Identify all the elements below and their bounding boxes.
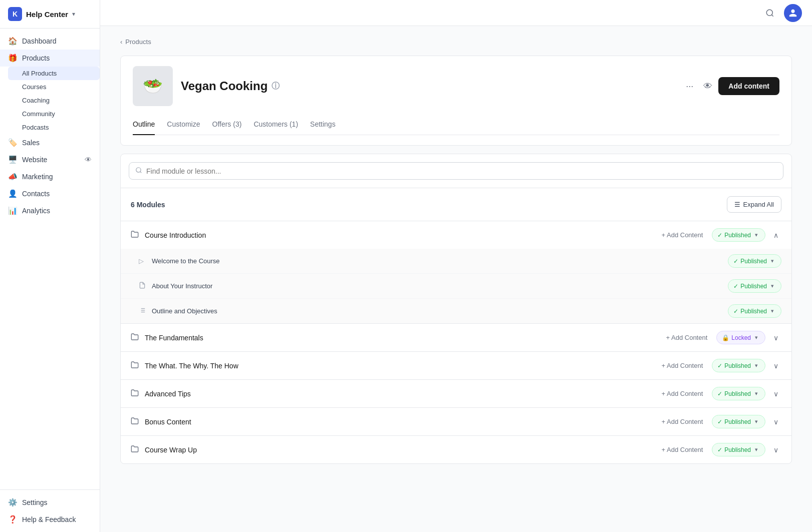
module-name: Advanced Tips bbox=[145, 390, 653, 398]
module-name: Course Introduction bbox=[145, 231, 653, 239]
status-dropdown-icon[interactable]: ▾ bbox=[769, 307, 776, 315]
eye-icon[interactable]: 👁 bbox=[85, 156, 92, 164]
sidebar-chevron-icon[interactable]: ▾ bbox=[72, 11, 75, 18]
help-circle-icon[interactable]: ⓘ bbox=[272, 81, 280, 92]
outline-area: 6 Modules ☰ Expand All Course Introducti… bbox=[120, 154, 792, 464]
module-actions: + Add Content ✓ Published ▾ ∨ bbox=[658, 359, 781, 372]
folder-icon bbox=[131, 417, 140, 426]
sidebar-item-all-products[interactable]: All Products bbox=[8, 67, 100, 80]
module-actions: + Add Content 🔒 Locked ▾ ∨ bbox=[662, 331, 781, 344]
sidebar-item-label: Sales bbox=[22, 139, 40, 147]
video-icon: ▷ bbox=[139, 257, 147, 265]
breadcrumb[interactable]: ‹ Products bbox=[120, 38, 792, 46]
module-collapse-button[interactable]: ∨ bbox=[770, 361, 781, 371]
sidebar-item-courses[interactable]: Courses bbox=[8, 80, 100, 94]
preview-button[interactable]: 👁 bbox=[703, 81, 712, 92]
sidebar-item-community[interactable]: Community bbox=[8, 107, 100, 121]
module-row: The What. The Why. The How + Add Content… bbox=[121, 352, 791, 380]
status-badge: ✓ Published ▾ bbox=[712, 359, 765, 372]
module-name: The What. The Why. The How bbox=[145, 362, 653, 370]
sidebar-item-dashboard[interactable]: 🏠 Dashboard bbox=[0, 33, 100, 50]
sidebar-item-sales[interactable]: 🏷️ Sales bbox=[0, 134, 100, 151]
status-label: Published bbox=[724, 232, 751, 239]
status-dropdown-icon[interactable]: ▾ bbox=[753, 361, 760, 370]
status-dropdown-icon[interactable]: ▾ bbox=[769, 282, 776, 290]
module-collapse-button[interactable]: ∨ bbox=[770, 417, 781, 427]
check-icon: ✓ bbox=[733, 283, 738, 290]
svg-point-1 bbox=[136, 168, 141, 172]
tab-outline[interactable]: Outline bbox=[133, 114, 155, 135]
app-logo: K bbox=[8, 7, 22, 21]
sidebar-item-website[interactable]: 🖥️ Website 👁 bbox=[0, 151, 100, 168]
module-collapse-button[interactable]: ∨ bbox=[770, 333, 781, 343]
products-icon: 🎁 bbox=[8, 54, 17, 63]
check-icon: ✓ bbox=[733, 258, 738, 265]
sidebar-item-podcasts[interactable]: Podcasts bbox=[8, 121, 100, 134]
status-label: Published bbox=[724, 446, 751, 453]
sidebar-item-help[interactable]: ❓ Help & Feedback bbox=[0, 511, 100, 528]
status-dropdown-icon[interactable]: ▾ bbox=[753, 445, 760, 454]
status-dropdown-icon[interactable]: ▾ bbox=[753, 333, 760, 342]
module-row: Course Introduction + Add Content ✓ Publ… bbox=[121, 221, 791, 324]
status-dropdown-icon[interactable]: ▾ bbox=[753, 417, 760, 426]
status-badge: 🔒 Locked ▾ bbox=[716, 331, 765, 344]
search-input[interactable] bbox=[146, 167, 777, 175]
sidebar-item-coaching[interactable]: Coaching bbox=[8, 94, 100, 107]
check-icon: ✓ bbox=[717, 390, 722, 397]
user-avatar[interactable] bbox=[784, 4, 802, 22]
tab-offers[interactable]: Offers (3) bbox=[212, 114, 242, 135]
module-add-content-button[interactable]: + Add Content bbox=[658, 229, 707, 241]
module-collapse-button[interactable]: ∨ bbox=[770, 389, 781, 399]
status-label: Published bbox=[724, 390, 751, 397]
module-row: The Fundamentals + Add Content 🔒 Locked … bbox=[121, 324, 791, 352]
more-options-button[interactable]: ··· bbox=[682, 79, 697, 94]
products-subitems: All Products Courses Coaching Community … bbox=[0, 67, 100, 134]
expand-all-button[interactable]: ☰ Expand All bbox=[727, 196, 781, 213]
sidebar-item-analytics[interactable]: 📊 Analytics bbox=[0, 202, 100, 219]
outline-header: 6 Modules ☰ Expand All bbox=[121, 188, 791, 221]
modules-list: Course Introduction + Add Content ✓ Publ… bbox=[121, 221, 791, 463]
status-label: Published bbox=[740, 308, 767, 315]
sidebar: K Help Center ▾ 🏠 Dashboard 🎁 Products A… bbox=[0, 0, 100, 532]
status-dropdown-icon[interactable]: ▾ bbox=[753, 389, 760, 398]
expand-all-icon: ☰ bbox=[734, 201, 740, 208]
module-add-content-button[interactable]: + Add Content bbox=[658, 388, 707, 399]
lesson-name: Outline and Objectives bbox=[152, 307, 723, 315]
tab-customers[interactable]: Customers (1) bbox=[253, 114, 298, 135]
sidebar-item-settings[interactable]: ⚙️ Settings bbox=[0, 494, 100, 511]
module-add-content-button[interactable]: + Add Content bbox=[658, 416, 707, 427]
module-collapse-button[interactable]: ∧ bbox=[770, 230, 781, 240]
module-add-content-button[interactable]: + Add Content bbox=[658, 444, 707, 455]
tab-settings[interactable]: Settings bbox=[310, 114, 336, 135]
module-add-content-button[interactable]: + Add Content bbox=[658, 360, 707, 371]
add-content-button[interactable]: Add content bbox=[718, 77, 779, 95]
module-header: Advanced Tips + Add Content ✓ Published … bbox=[121, 380, 791, 407]
tab-customize[interactable]: Customize bbox=[167, 114, 200, 135]
module-actions: + Add Content ✓ Published ▾ ∧ bbox=[658, 228, 781, 242]
sidebar-item-products[interactable]: 🎁 Products bbox=[0, 50, 100, 67]
module-add-content-button[interactable]: + Add Content bbox=[662, 332, 712, 343]
status-label: Published bbox=[740, 258, 767, 265]
sidebar-item-marketing[interactable]: 📣 Marketing bbox=[0, 168, 100, 185]
lesson-name: About Your Instructor bbox=[152, 282, 723, 290]
expand-all-label: Expand All bbox=[743, 201, 774, 208]
module-header: The What. The Why. The How + Add Content… bbox=[121, 352, 791, 379]
folder-icon bbox=[131, 333, 140, 342]
status-dropdown-icon[interactable]: ▾ bbox=[753, 231, 760, 239]
sidebar-nav: 🏠 Dashboard 🎁 Products All Products Cour… bbox=[0, 29, 100, 489]
module-name: Course Wrap Up bbox=[145, 446, 653, 454]
lessons-list: ▷ Welcome to the Course ✓ Published ▾ bbox=[121, 249, 791, 323]
settings-icon: ⚙️ bbox=[8, 498, 17, 507]
product-actions: ··· 👁 Add content bbox=[682, 77, 779, 95]
sidebar-item-contacts[interactable]: 👤 Contacts bbox=[0, 185, 100, 202]
contacts-icon: 👤 bbox=[8, 189, 17, 198]
sidebar-item-label: Analytics bbox=[22, 207, 50, 215]
sales-icon: 🏷️ bbox=[8, 138, 17, 147]
module-row: Bonus Content + Add Content ✓ Published … bbox=[121, 408, 791, 436]
svg-point-0 bbox=[766, 10, 772, 16]
status-dropdown-icon[interactable]: ▾ bbox=[769, 257, 776, 265]
search-button[interactable] bbox=[762, 5, 778, 21]
sidebar-bottom: ⚙️ Settings ❓ Help & Feedback bbox=[0, 489, 100, 532]
module-collapse-button[interactable]: ∨ bbox=[770, 445, 781, 455]
product-image: 🥗 bbox=[133, 66, 173, 106]
